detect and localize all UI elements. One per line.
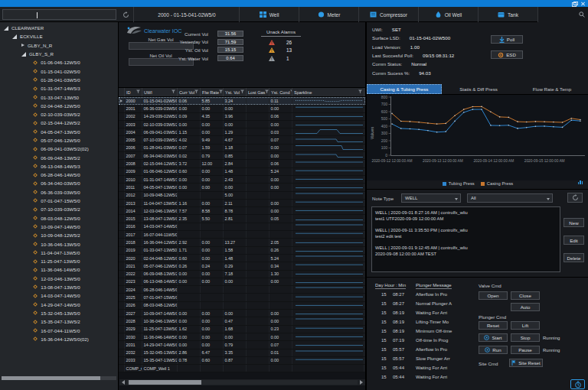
tree-node-eckville[interactable]: ECKVILLE [0, 32, 118, 41]
notes-list[interactable]: WELL | 2020-09-01 8:27:16 AM | controlfx… [371, 206, 560, 272]
search-box[interactable] [538, 7, 588, 22]
grid-col-header[interactable]: Flw Rate [201, 88, 224, 96]
tree-well-item[interactable]: 16-36-044-12W5/0(02) [0, 335, 118, 343]
tree-node-clearwater[interactable]: CLEARWATER [0, 24, 118, 32]
notes-refresh-button[interactable] [567, 193, 583, 203]
tree-well-item[interactable]: 15-35-047-13W5/2 [0, 317, 118, 326]
tree-well-item[interactable]: 06-28-046-14W5/0 [0, 171, 118, 179]
site-reset-button[interactable]: Site Reset [509, 359, 543, 367]
tree-well-item[interactable]: 01-31-047-14W5/3 [0, 84, 118, 93]
grid-row[interactable]: 201001-31-047-14W5/30.000.002.430.00 [119, 176, 365, 184]
sidebar-hscrollbar[interactable] [2, 376, 116, 380]
poll-button[interactable]: Poll [491, 35, 523, 44]
grid-row[interactable]: 201901-33-047-13W501.710.001.580.26 [119, 247, 365, 255]
refresh-button[interactable] [119, 7, 134, 22]
tree-well-item[interactable]: 05-07-046-12W5/0 [0, 136, 118, 145]
open-valve-button[interactable]: Open [479, 291, 508, 300]
run-plunger-button[interactable]: Run [479, 346, 508, 354]
grid-row[interactable]: 201104-05-047-13W5/00.000.000.000.00 [119, 184, 365, 191]
grid-col-header[interactable]: Curr Vol [178, 88, 201, 96]
tree-well-item[interactable]: 01-06-046-12W5/0 [0, 58, 118, 67]
grid-row[interactable]: 201210-09-048-12W5/25.00 [119, 192, 365, 200]
filter-funnel-icon[interactable] [194, 89, 198, 95]
tree-node-glby_s_r[interactable]: GLBY_S_R [0, 50, 118, 58]
scroll-right-icon[interactable] [360, 380, 363, 385]
reset-plunger-button[interactable]: Reset [479, 321, 508, 330]
grid-row[interactable]: 200001-15-041-02W5/00.065.853.240.11 [119, 97, 365, 105]
grid-row[interactable]: 201412-03-046-13W5/07.578.588.780.00 [119, 207, 365, 215]
grid-col-header[interactable]: Lost Gas [247, 88, 270, 96]
grid-row[interactable]: 202306-13-048-14W5/30.000.000.000.00 [119, 278, 365, 286]
edit-note-button[interactable]: Edit [564, 236, 584, 245]
filter-funnel-icon[interactable] [240, 89, 244, 95]
delete-note-button[interactable]: Delete [564, 253, 584, 262]
tab-meter[interactable]: Meter [299, 7, 359, 22]
tree-well-item[interactable]: 06-09-048-13W5/2 [0, 153, 118, 161]
expander-closed-icon[interactable] [21, 44, 24, 47]
grid-row[interactable]: 200406-09-041-03W5/2(02)1.150.001.290.03 [119, 128, 365, 136]
tree-well-item[interactable]: 07-01-047-15W5/0 [0, 197, 118, 205]
tab-oil-well[interactable]: Oil Well [419, 7, 479, 22]
sidebar-hscroll-thumb[interactable] [2, 376, 100, 380]
tree-well-item[interactable]: 01-28-041-03W5/0 [0, 76, 118, 84]
grid-col-header[interactable]: Sparkline [292, 88, 364, 96]
chart-detail-icon[interactable] [578, 180, 583, 184]
grid-col-header[interactable]: ID [125, 88, 142, 96]
note-entry[interactable]: WELL | 2020-09-11 3:35:50 PM | controlfx… [375, 227, 557, 239]
grid-hscrollbar[interactable] [119, 379, 365, 385]
expander-open-icon[interactable] [21, 52, 26, 57]
tab-compressor[interactable]: Compressor [359, 7, 419, 22]
tree-well-item[interactable]: 14-29-047-14W5/0 [0, 301, 118, 309]
filter-funnel-icon[interactable] [219, 89, 223, 95]
tree-well-item[interactable]: 06-34-040-03W5/0 [0, 179, 118, 187]
scroll-left-icon[interactable] [122, 380, 125, 385]
tree-well-item[interactable]: 02-15-044-12W5/2 [0, 119, 118, 127]
expander-open-icon[interactable] [4, 26, 8, 31]
grid-row[interactable]: 201716-07-044-11W5/0 [119, 231, 365, 239]
start-plunger-button[interactable]: Start [479, 333, 508, 342]
tree-well-item[interactable]: 08-03-048-12W5/0 [0, 214, 118, 223]
grid-row[interactable]: 202105-07-046-12W5/00.260.240.290.34 [119, 262, 365, 270]
grid-row[interactable]: 202206-09-048-13W5/20.000.007.181.30 [119, 271, 365, 278]
timer-button[interactable] [570, 379, 585, 389]
lift-plunger-button[interactable]: Lift [511, 321, 540, 330]
tree-well-item[interactable]: 12-03-046-13W5/0 [0, 275, 118, 283]
chart-tab-0[interactable]: Casing & Tubing Press [367, 84, 442, 94]
grid-col-header[interactable]: Yst. Cond [270, 88, 292, 96]
grid-col-header[interactable]: Yst. Vol [224, 88, 247, 96]
filter-funnel-icon[interactable] [358, 89, 362, 95]
tree-well-item[interactable]: 01-33-047-13W50 [0, 93, 118, 101]
grid-row[interactable]: 200302-10-039-03W5/20.000.000.000.00 [119, 121, 365, 128]
tree-well-item[interactable]: 01-15-041-02W5/0 [0, 67, 118, 75]
tab-tank[interactable]: Tank [479, 7, 538, 22]
new-note-button[interactable]: New [564, 218, 584, 227]
chart-tab-2[interactable]: Flow Rate & Temp [515, 84, 588, 94]
tree-well-item[interactable]: 16-07-044-11W5/0 [0, 326, 118, 334]
auto-valve-button[interactable]: Auto [511, 303, 540, 311]
filter-funnel-icon[interactable] [136, 89, 140, 95]
tree-well-item[interactable]: 13-08-047-13W5/0 [0, 283, 118, 291]
grid-row[interactable]: 201816-36-044-12W5/0(02)2.920.0013.272.0… [119, 239, 365, 246]
note-entry[interactable]: WELL | 2020-09-01 8:27:16 AM | controlfx… [375, 210, 557, 222]
grid-row[interactable]: 202608-03-048-12W5/0 [119, 302, 365, 310]
tree-well-item[interactable]: 10-09-047-14W5/0 [0, 223, 118, 231]
stop-plunger-button[interactable]: Stop [511, 333, 540, 342]
grid-row[interactable]: 201513-08-047-13W5/02.355.502.810.05 [119, 215, 365, 223]
grid-footer-row[interactable]: COMP_#COMP_Well 1 [119, 365, 365, 372]
grid-row[interactable]: 202406-28-046-14W5/0 [119, 286, 365, 294]
grid-row[interactable]: 202507-01-047-15W5/0 [119, 294, 365, 301]
grid-row[interactable]: 200214-29-039-02W5/20.094.353.960.06 [119, 113, 365, 121]
tree-well-item[interactable]: 06-13-048-14W5/3 [0, 162, 118, 171]
grid-hscroll-thumb[interactable] [129, 380, 201, 385]
tree-well-item[interactable]: 15-32-045-13W5/0 [0, 309, 118, 317]
grid-row[interactable]: 200706-34-040-03W5/00.020.790.850.00 [119, 152, 365, 160]
grid-row[interactable]: 202002-04-048-12W5/00.600.001.485.24 [119, 255, 365, 262]
pause-plunger-button[interactable]: Pause [511, 346, 540, 354]
grid-row[interactable]: 202810-36-046-13W5/00.000.000.470.00 [119, 317, 365, 325]
note-type-dropdown[interactable]: WELL [401, 193, 461, 203]
grid-row[interactable]: 200601-28-041-03W5/00.071.591.180.00 [119, 145, 365, 152]
grid-row[interactable]: 201614-03-047-14W5/0 [119, 223, 365, 231]
esd-button[interactable]: ESD [491, 50, 523, 59]
tree-well-item[interactable]: 04-05-047-13W5/0 [0, 128, 118, 136]
tab-well[interactable]: Well [240, 7, 299, 22]
